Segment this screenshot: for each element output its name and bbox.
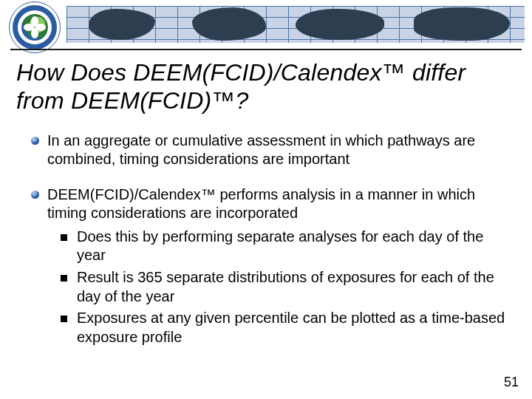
list-item-text: DEEM(FCID)/Calendex™ performs analysis i… bbox=[47, 186, 475, 222]
page-number: 51 bbox=[504, 375, 519, 390]
epa-logo bbox=[9, 1, 61, 53]
list-item: In an aggregate or cumulative assessment… bbox=[31, 132, 516, 169]
bullet-list: In an aggregate or cumulative assessment… bbox=[16, 132, 516, 347]
map-landmass-icon bbox=[192, 7, 266, 41]
slide-body: How Does DEEM(FCID)/Calendex™ differ fro… bbox=[0, 52, 532, 347]
map-landmass-icon bbox=[414, 7, 510, 41]
sub-list-item: Result is 365 separate distributions of … bbox=[61, 268, 516, 306]
list-item: DEEM(FCID)/Calendex™ performs analysis i… bbox=[31, 185, 516, 347]
sub-list-item: Exposures at any given percentile can be… bbox=[61, 309, 516, 347]
slide-header bbox=[0, 0, 532, 52]
list-item-text: In an aggregate or cumulative assessment… bbox=[47, 132, 475, 168]
sub-list-item-text: Does this by performing separate analyse… bbox=[77, 228, 483, 264]
sub-list-item-text: Result is 365 separate distributions of … bbox=[77, 269, 494, 304]
header-divider bbox=[10, 49, 522, 50]
sub-list-item: Does this by performing separate analyse… bbox=[61, 228, 516, 265]
map-landmass-icon bbox=[296, 9, 384, 40]
sub-bullet-list: Does this by performing separate analyse… bbox=[47, 228, 516, 347]
sub-list-item-text: Exposures at any given percentile can be… bbox=[77, 310, 505, 345]
slide-title: How Does DEEM(FCID)/Calendex™ differ fro… bbox=[16, 59, 516, 115]
